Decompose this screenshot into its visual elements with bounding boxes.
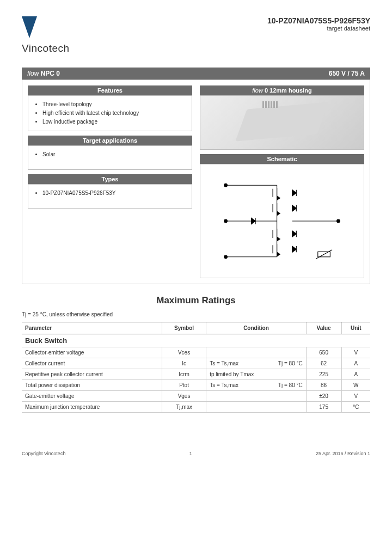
- types-header: Types: [28, 174, 192, 184]
- apps-header: Target applications: [28, 136, 192, 145]
- svg-marker-19: [292, 190, 297, 196]
- housing-image: [200, 95, 364, 150]
- section-buck-switch: Buck Switch: [22, 334, 370, 347]
- product-name: flow NPC 0: [27, 70, 60, 77]
- cell-unit: V: [341, 347, 370, 358]
- svg-point-5: [224, 255, 228, 259]
- page-footer: Copyright Vincotech 1 25 Apr. 2016 / Rev…: [22, 451, 370, 456]
- cell-param: Collector-emitter voltage: [22, 347, 162, 358]
- features-header: Features: [28, 85, 192, 95]
- cell-val: 86: [306, 380, 341, 391]
- feature-item: High efficient with latest chip technolo…: [42, 109, 185, 118]
- ratings-table: Parameter Symbol Condition Value Unit Bu…: [22, 322, 370, 413]
- cell-val: ±20: [306, 391, 341, 402]
- svg-marker-27: [252, 218, 256, 224]
- table-row: Collector-emitter voltage Vces 650 V: [22, 347, 370, 358]
- logo-area: Vincotech: [22, 16, 70, 54]
- features-body: Three-level topology High efficient with…: [28, 95, 192, 131]
- table-row: Collector current Ic Ts = Ts,maxTj = 80 …: [22, 358, 370, 369]
- types-body: 10-PZ07NIA075S5-P926F53Y: [28, 184, 192, 209]
- svg-marker-18: [277, 252, 280, 256]
- housing-title-text: 0 12mm housing: [263, 87, 312, 94]
- footer-page: 1: [189, 451, 192, 456]
- housing-header: flow 0 12mm housing: [200, 85, 364, 95]
- schematic-header: Schematic: [200, 154, 364, 164]
- housing-prefix: flow: [252, 87, 263, 94]
- type-item: 10-PZ07NIA075S5-P926F53Y: [42, 189, 185, 198]
- flow-prefix: flow: [27, 70, 39, 77]
- col-condition: Condition: [206, 322, 306, 334]
- cell-param: Repetitive peak collector current: [22, 369, 162, 380]
- table-row: Gate-emitter voltage Vges ±20 V: [22, 391, 370, 402]
- app-item: Solar: [42, 150, 185, 159]
- footer-right: 25 Apr. 2016 / Revision 1: [316, 451, 370, 456]
- svg-point-4: [224, 219, 228, 223]
- cell-param: Total power dissipation: [22, 380, 162, 391]
- cell-val: 62: [306, 358, 341, 369]
- cell-cond: Ts = Ts,maxTj = 80 °C: [206, 380, 306, 391]
- col-value: Value: [306, 322, 341, 334]
- cell-cond: tp limited by Tmax: [206, 369, 306, 380]
- footer-left: Copyright Vincotech: [22, 451, 65, 456]
- cell-unit: A: [341, 369, 370, 380]
- title-area: 10-PZ07NIA075S5-P926F53Y target datashee…: [267, 16, 370, 32]
- cell-cond: [206, 402, 306, 413]
- cell-sym: Ic: [162, 358, 206, 369]
- col-unit: Unit: [341, 322, 370, 334]
- cell-param: Collector current: [22, 358, 162, 369]
- cell-unit: °C: [341, 402, 370, 413]
- page-header: Vincotech 10-PZ07NIA075S5-P926F53Y targe…: [22, 16, 370, 54]
- cell-val: 175: [306, 402, 341, 413]
- right-column: flow 0 12mm housing Schematic: [200, 85, 364, 278]
- svg-marker-9: [277, 196, 280, 200]
- cell-param: Maximum junction temperature: [22, 402, 162, 413]
- cell-sym: Icrm: [162, 369, 206, 380]
- svg-marker-25: [292, 246, 297, 252]
- flow-name: NPC 0: [39, 70, 60, 77]
- cell-cond: [206, 391, 306, 402]
- cell-val: 225: [306, 369, 341, 380]
- ratings-title: Maximum Ratings: [22, 295, 370, 306]
- part-number: 10-PZ07NIA075S5-P926F53Y: [267, 16, 370, 25]
- cell-unit: V: [341, 391, 370, 402]
- info-box: Features Three-level topology High effic…: [22, 79, 370, 284]
- cell-sym: Ptot: [162, 380, 206, 391]
- ratings-note: Tj = 25 °C, unless otherwise specified: [22, 311, 370, 317]
- product-rating: 650 V / 75 A: [329, 70, 365, 77]
- company-name: Vincotech: [22, 42, 70, 54]
- left-column: Features Three-level topology High effic…: [28, 85, 192, 278]
- feature-item: Three-level topology: [42, 100, 185, 109]
- col-symbol: Symbol: [162, 322, 206, 334]
- cell-cond: Ts = Ts,maxTj = 80 °C: [206, 358, 306, 369]
- doc-subtitle: target datasheet: [267, 25, 370, 32]
- svg-marker-21: [292, 205, 297, 211]
- cell-unit: W: [341, 380, 370, 391]
- svg-point-3: [224, 183, 228, 187]
- svg-marker-23: [292, 231, 297, 237]
- cell-sym: Tj,max: [162, 402, 206, 413]
- cell-unit: A: [341, 358, 370, 369]
- table-row: Maximum junction temperature Tj,max 175 …: [22, 402, 370, 413]
- svg-marker-12: [277, 211, 280, 216]
- feature-item: Low inductive package: [42, 118, 185, 126]
- cell-val: 650: [306, 347, 341, 358]
- cell-sym: Vges: [162, 391, 206, 402]
- cell-cond: [206, 347, 306, 358]
- cell-sym: Vces: [162, 347, 206, 358]
- svg-line-30: [316, 250, 332, 259]
- col-param: Parameter: [22, 322, 162, 334]
- apps-body: Solar: [28, 145, 192, 170]
- svg-point-32: [337, 219, 340, 223]
- svg-marker-15: [277, 237, 280, 241]
- table-row: Total power dissipation Ptot Ts = Ts,max…: [22, 380, 370, 391]
- cell-param: Gate-emitter voltage: [22, 391, 162, 402]
- table-row: Repetitive peak collector current Icrm t…: [22, 369, 370, 380]
- schematic-image: [200, 164, 364, 278]
- product-bar: flow NPC 0 650 V / 75 A: [22, 68, 370, 79]
- logo-icon: [22, 16, 37, 38]
